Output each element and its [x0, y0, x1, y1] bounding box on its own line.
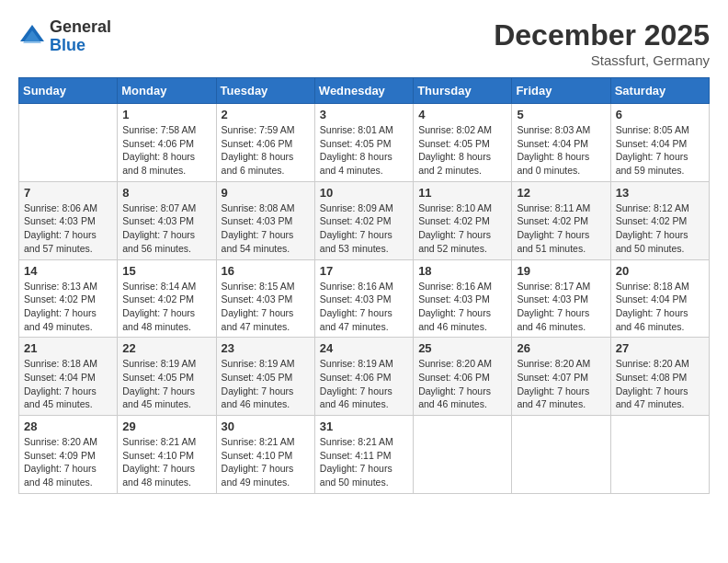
calendar-cell: 24Sunrise: 8:19 AMSunset: 4:06 PMDayligh… [314, 338, 413, 416]
title-block: December 2025 Stassfurt, Germany [494, 18, 710, 68]
day-number: 3 [320, 108, 408, 121]
day-info: Sunrise: 8:19 AMSunset: 4:05 PMDaylight:… [122, 357, 210, 411]
day-number: 27 [616, 341, 704, 355]
day-info: Sunrise: 8:11 AMSunset: 4:02 PMDaylight:… [517, 201, 605, 256]
calendar-cell: 31Sunrise: 8:21 AMSunset: 4:11 PMDayligh… [314, 416, 413, 494]
day-number: 23 [222, 341, 310, 355]
calendar-week-row: 28Sunrise: 8:20 AMSunset: 4:09 PMDayligh… [19, 416, 710, 494]
logo-icon [18, 23, 46, 51]
day-number: 21 [24, 341, 112, 355]
day-number: 6 [616, 108, 704, 121]
calendar-cell: 3Sunrise: 8:01 AMSunset: 4:05 PMDaylight… [314, 104, 413, 182]
calendar-cell: 1Sunrise: 7:58 AMSunset: 4:06 PMDaylight… [118, 104, 216, 182]
calendar-cell: 30Sunrise: 8:21 AMSunset: 4:10 PMDayligh… [216, 416, 314, 494]
day-number: 26 [517, 341, 605, 355]
day-number: 7 [24, 186, 112, 200]
day-number: 28 [24, 419, 112, 433]
calendar-week-row: 7Sunrise: 8:06 AMSunset: 4:03 PMDaylight… [19, 181, 710, 259]
day-number: 12 [517, 186, 605, 200]
day-info: Sunrise: 8:16 AMSunset: 4:03 PMDaylight:… [418, 280, 506, 334]
calendar-cell: 12Sunrise: 8:11 AMSunset: 4:02 PMDayligh… [512, 181, 610, 259]
calendar-cell: 18Sunrise: 8:16 AMSunset: 4:03 PMDayligh… [414, 259, 512, 338]
day-number: 25 [418, 341, 506, 355]
day-number: 9 [222, 186, 310, 200]
day-info: Sunrise: 7:58 AMSunset: 4:06 PMDaylight:… [122, 123, 210, 178]
calendar-cell [414, 416, 512, 494]
calendar-cell: 15Sunrise: 8:14 AMSunset: 4:02 PMDayligh… [118, 259, 216, 338]
calendar-cell: 14Sunrise: 8:13 AMSunset: 4:02 PMDayligh… [19, 259, 118, 338]
day-number: 16 [222, 264, 310, 278]
day-info: Sunrise: 8:12 AMSunset: 4:02 PMDaylight:… [616, 201, 704, 256]
page-header: General Blue December 2025 Stassfurt, Ge… [18, 18, 710, 68]
calendar-week-row: 21Sunrise: 8:18 AMSunset: 4:04 PMDayligh… [19, 338, 710, 416]
calendar-week-row: 14Sunrise: 8:13 AMSunset: 4:02 PMDayligh… [19, 259, 710, 338]
day-info: Sunrise: 8:03 AMSunset: 4:04 PMDaylight:… [517, 123, 605, 178]
calendar-cell: 21Sunrise: 8:18 AMSunset: 4:04 PMDayligh… [19, 338, 118, 416]
day-header-saturday: Saturday [610, 78, 709, 104]
calendar-cell: 29Sunrise: 8:21 AMSunset: 4:10 PMDayligh… [118, 416, 216, 494]
day-info: Sunrise: 8:18 AMSunset: 4:04 PMDaylight:… [24, 357, 112, 411]
day-header-friday: Friday [512, 78, 610, 104]
calendar-cell: 27Sunrise: 8:20 AMSunset: 4:08 PMDayligh… [610, 338, 709, 416]
day-header-monday: Monday [118, 78, 216, 104]
calendar-cell: 25Sunrise: 8:20 AMSunset: 4:06 PMDayligh… [414, 338, 512, 416]
logo: General Blue [18, 18, 111, 55]
day-number: 4 [418, 108, 506, 121]
day-info: Sunrise: 8:05 AMSunset: 4:04 PMDaylight:… [616, 123, 704, 178]
day-number: 11 [418, 186, 506, 200]
day-info: Sunrise: 8:19 AMSunset: 4:05 PMDaylight:… [222, 357, 310, 411]
location: Stassfurt, Germany [494, 52, 710, 68]
day-info: Sunrise: 8:18 AMSunset: 4:04 PMDaylight:… [616, 280, 704, 334]
calendar-cell [610, 416, 709, 494]
day-info: Sunrise: 8:20 AMSunset: 4:07 PMDaylight:… [517, 357, 605, 411]
day-info: Sunrise: 8:17 AMSunset: 4:03 PMDaylight:… [517, 280, 605, 334]
day-info: Sunrise: 8:21 AMSunset: 4:11 PMDaylight:… [320, 435, 408, 489]
calendar-cell: 23Sunrise: 8:19 AMSunset: 4:05 PMDayligh… [216, 338, 314, 416]
day-info: Sunrise: 8:14 AMSunset: 4:02 PMDaylight:… [122, 280, 210, 334]
calendar-cell: 6Sunrise: 8:05 AMSunset: 4:04 PMDaylight… [610, 104, 709, 182]
day-info: Sunrise: 8:09 AMSunset: 4:02 PMDaylight:… [320, 201, 408, 256]
day-info: Sunrise: 8:16 AMSunset: 4:03 PMDaylight:… [320, 280, 408, 334]
logo-blue: Blue [50, 37, 111, 55]
day-header-thursday: Thursday [414, 78, 512, 104]
day-number: 31 [320, 419, 408, 433]
day-number: 24 [320, 341, 408, 355]
day-number: 20 [616, 264, 704, 278]
calendar-cell [19, 104, 118, 182]
day-number: 22 [122, 341, 210, 355]
calendar-cell: 22Sunrise: 8:19 AMSunset: 4:05 PMDayligh… [118, 338, 216, 416]
calendar-cell: 19Sunrise: 8:17 AMSunset: 4:03 PMDayligh… [512, 259, 610, 338]
calendar-cell: 26Sunrise: 8:20 AMSunset: 4:07 PMDayligh… [512, 338, 610, 416]
logo-text: General Blue [50, 18, 111, 55]
day-number: 13 [616, 186, 704, 200]
day-header-tuesday: Tuesday [216, 78, 314, 104]
day-info: Sunrise: 8:21 AMSunset: 4:10 PMDaylight:… [222, 435, 310, 489]
calendar-cell: 17Sunrise: 8:16 AMSunset: 4:03 PMDayligh… [314, 259, 413, 338]
day-number: 10 [320, 186, 408, 200]
calendar-cell [512, 416, 610, 494]
day-info: Sunrise: 8:15 AMSunset: 4:03 PMDaylight:… [222, 280, 310, 334]
day-info: Sunrise: 8:21 AMSunset: 4:10 PMDaylight:… [122, 435, 210, 489]
calendar-cell: 20Sunrise: 8:18 AMSunset: 4:04 PMDayligh… [610, 259, 709, 338]
day-number: 17 [320, 264, 408, 278]
day-number: 18 [418, 264, 506, 278]
calendar-cell: 11Sunrise: 8:10 AMSunset: 4:02 PMDayligh… [414, 181, 512, 259]
day-number: 30 [222, 419, 310, 433]
day-info: Sunrise: 8:19 AMSunset: 4:06 PMDaylight:… [320, 357, 408, 411]
calendar-cell: 5Sunrise: 8:03 AMSunset: 4:04 PMDaylight… [512, 104, 610, 182]
day-number: 15 [122, 264, 210, 278]
day-number: 5 [517, 108, 605, 121]
calendar-cell: 7Sunrise: 8:06 AMSunset: 4:03 PMDaylight… [19, 181, 118, 259]
calendar-table: SundayMondayTuesdayWednesdayThursdayFrid… [18, 77, 710, 494]
day-info: Sunrise: 8:07 AMSunset: 4:03 PMDaylight:… [122, 201, 210, 256]
day-number: 19 [517, 264, 605, 278]
day-number: 29 [122, 419, 210, 433]
day-info: Sunrise: 8:20 AMSunset: 4:09 PMDaylight:… [24, 435, 112, 489]
day-info: Sunrise: 8:20 AMSunset: 4:06 PMDaylight:… [418, 357, 506, 411]
day-info: Sunrise: 8:10 AMSunset: 4:02 PMDaylight:… [418, 201, 506, 256]
day-number: 1 [122, 108, 210, 121]
day-info: Sunrise: 8:13 AMSunset: 4:02 PMDaylight:… [24, 280, 112, 334]
calendar-cell: 10Sunrise: 8:09 AMSunset: 4:02 PMDayligh… [314, 181, 413, 259]
day-number: 14 [24, 264, 112, 278]
day-info: Sunrise: 8:06 AMSunset: 4:03 PMDaylight:… [24, 201, 112, 256]
